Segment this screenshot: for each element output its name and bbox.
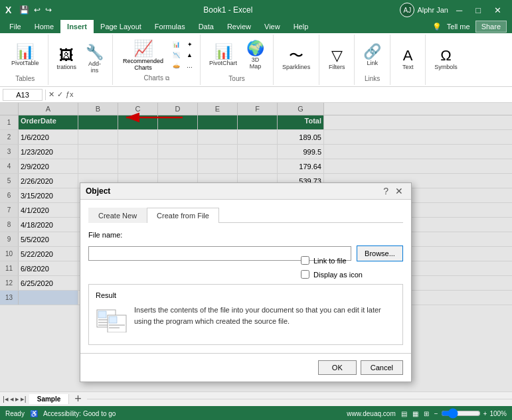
sheet-tab-spacer [87, 399, 512, 399]
dialog-tab-create-from-file[interactable]: Create from File [147, 208, 219, 223]
pivot-table-btn[interactable]: 📊 PivotTable [8, 42, 43, 68]
quick-access-toolbar: 💾 ↩ ↪ [15, 3, 56, 17]
share-btn[interactable]: Share [475, 21, 507, 33]
recommended-charts-btn[interactable]: 📈 RecommendedCharts [118, 37, 168, 73]
tab-formulas[interactable]: Formulas [148, 20, 192, 33]
pivot-chart-btn[interactable]: 📊 PivotChart [206, 42, 240, 68]
arrow-annotation [120, 109, 186, 127]
zoom-out-btn[interactable]: − [434, 410, 438, 417]
confirm-formula-icon[interactable]: ✓ [57, 90, 63, 99]
result-text: Inserts the contents of the file into yo… [134, 305, 396, 326]
ribbon-group-sparklines: 〜 Sparklines [274, 35, 319, 85]
text-items: A Text [396, 37, 420, 81]
sheet-tab-sample[interactable]: Sample [29, 394, 70, 404]
dialog-tabs: Create New Create from File [88, 208, 403, 223]
add-ins-label: Add-ins [88, 60, 101, 74]
pivot-chart-icon: 📊 [214, 44, 232, 59]
pie-chart-btn[interactable]: 🥧 [171, 61, 182, 70]
ribbon-group-text: A Text [390, 35, 426, 85]
undo-btn[interactable]: ↩ [33, 5, 42, 15]
accessibility-icon: ♿ [30, 410, 38, 417]
view-page-break-icon[interactable]: ⊞ [424, 410, 429, 417]
save-quick-btn[interactable]: 💾 [18, 5, 31, 15]
link-to-file-label: Link to file [313, 257, 347, 265]
symbols-btn[interactable]: Ω Symbols [431, 46, 461, 72]
dialog-tab-create-new[interactable]: Create New [88, 208, 147, 223]
result-content: Inserts the contents of the file into yo… [96, 305, 396, 338]
zoom-slider[interactable] [441, 408, 481, 419]
text-icon: A [403, 48, 413, 63]
zoom-level: 100% [489, 410, 507, 417]
illustrations-btn[interactable]: 🖼 trations [54, 46, 80, 72]
cancel-formula-icon[interactable]: ✕ [48, 90, 54, 99]
status-right: www.deuaq.com ▤ ▦ ⊞ − + 100% [347, 408, 507, 419]
filters-icon: ▽ [331, 48, 343, 63]
symbols-label: Symbols [434, 64, 458, 70]
sheet-nav-prev[interactable]: ◂ [10, 395, 14, 403]
link-label: Link [367, 60, 378, 66]
add-ins-btn[interactable]: 🔧 Add-ins [82, 43, 107, 76]
zoom-in-btn[interactable]: + [483, 410, 487, 417]
sheet-nav-first[interactable]: |◂ [3, 395, 9, 403]
file-name-row: File name: [88, 231, 403, 239]
svg-rect-8 [109, 327, 120, 328]
area-btn[interactable]: ▲ [185, 50, 195, 60]
map-3d-btn[interactable]: 🌍 3DMap [243, 39, 268, 72]
ribbon-group-symbols: Ω Symbols [426, 35, 466, 85]
formula-icons: ✕ ✓ ƒx [48, 90, 74, 99]
cell-reference-box[interactable] [3, 89, 43, 101]
tab-insert[interactable]: Insert [60, 20, 94, 33]
tab-file[interactable]: File [3, 20, 28, 33]
object-dialog: Object ? ✕ Create New Create from File F… [80, 182, 412, 382]
ok-button[interactable]: OK [318, 360, 357, 375]
filters-items: ▽ Filters [325, 37, 349, 81]
dialog-body: Create New Create from File File name: B… [80, 200, 411, 353]
dialog-help-btn[interactable]: ? [381, 186, 391, 196]
add-sheet-btn[interactable]: + [69, 391, 87, 407]
tab-page-layout[interactable]: Page Layout [94, 20, 148, 33]
map-3d-label: 3DMap [250, 56, 262, 70]
insert-function-icon[interactable]: ƒx [66, 90, 74, 99]
cancel-button[interactable]: Cancel [361, 360, 403, 375]
sheet-nav-last[interactable]: ▸| [21, 395, 27, 403]
more-charts-btn[interactable]: … [185, 61, 195, 70]
tell-me[interactable]: Tell me [447, 23, 470, 31]
filters-btn[interactable]: ▽ Filters [325, 46, 349, 72]
tab-home[interactable]: Home [28, 20, 60, 33]
close-btn[interactable]: ✕ [489, 4, 507, 17]
username: Alphr Jan [417, 6, 448, 14]
redo-btn[interactable]: ↪ [44, 5, 53, 15]
tab-review[interactable]: Review [220, 20, 258, 33]
tab-view[interactable]: View [258, 20, 287, 33]
status-bar: Ready ♿ Accessibility: Good to go www.de… [0, 406, 512, 420]
sparklines-btn[interactable]: 〜 Sparklines [279, 46, 313, 72]
avatar: AJ [400, 3, 414, 17]
svg-rect-1 [98, 311, 106, 318]
link-to-file-checkbox[interactable] [301, 256, 309, 265]
link-btn[interactable]: 🔗 Link [360, 42, 384, 68]
view-normal-icon[interactable]: ▤ [401, 410, 407, 417]
illustrations-label: trations [57, 64, 77, 70]
ribbon-group-tables: 📊 PivotTable Tables [3, 35, 48, 85]
tab-data[interactable]: Data [192, 20, 220, 33]
website-url: www.deuaq.com [347, 410, 395, 417]
minimize-btn[interactable]: ─ [451, 4, 468, 17]
main-area: A B C D E F G 1 OrderDate Total 21/6/202 [0, 103, 512, 391]
line-chart-btn[interactable]: 📉 [171, 50, 182, 60]
scatter-btn[interactable]: ✦ [185, 40, 195, 49]
display-as-icon-checkbox[interactable] [301, 270, 309, 279]
text-btn[interactable]: A Text [396, 46, 420, 72]
lightbulb-icon: 💡 [432, 23, 442, 31]
formula-input[interactable] [76, 91, 509, 99]
display-as-icon-row: Display as icon [301, 270, 403, 279]
view-layout-icon[interactable]: ▦ [412, 410, 418, 417]
ribbon-group-tours: 📊 PivotChart 🌍 3DMap Tours [201, 35, 274, 85]
dialog-checkboxes: Link to file Display as icon [301, 256, 403, 279]
restore-btn[interactable]: □ [470, 4, 486, 17]
tours-group-label: Tours [228, 74, 244, 82]
sheet-nav-next[interactable]: ▸ [15, 395, 19, 403]
tab-help[interactable]: Help [287, 20, 315, 33]
bar-chart-btn[interactable]: 📊 [171, 40, 182, 49]
illustrations-items: 🖼 trations 🔧 Add-ins [54, 37, 108, 81]
dialog-close-btn[interactable]: ✕ [392, 186, 406, 196]
